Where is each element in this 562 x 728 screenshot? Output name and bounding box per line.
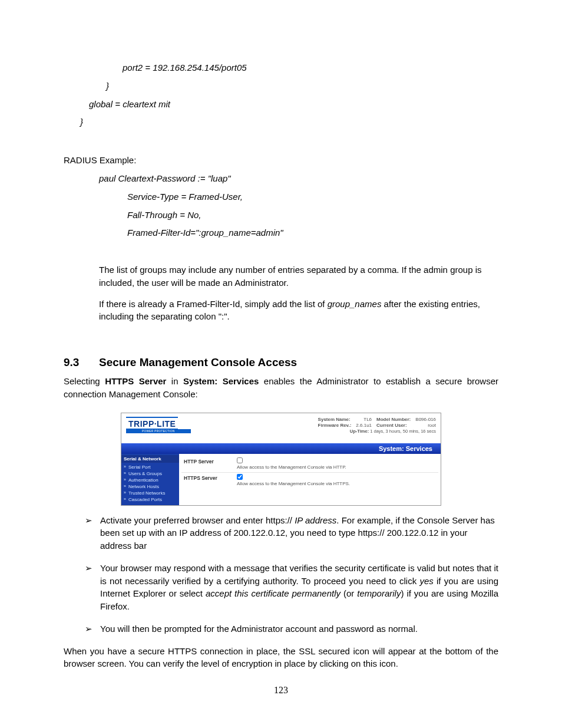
section-title: Secure Management Console Access — [99, 356, 297, 368]
sidebar-item-trusted-networks[interactable]: Trusted Networks — [124, 490, 179, 496]
system-name-value: TL6 — [356, 417, 372, 422]
screenshot-system-services: TRIPP·LITE POWER PROTECTION System Name:… — [121, 413, 441, 506]
https-server-row: HTTPS Server Allow access to the Managem… — [181, 473, 438, 489]
section-heading: 9.3Secure Management Console Access — [64, 356, 498, 369]
current-user-value: root — [415, 423, 436, 428]
radius-example-label: RADIUS Example: — [64, 155, 498, 165]
paragraph-closing: When you have a secure HTTPS connection … — [64, 645, 498, 671]
page-number: 123 — [0, 685, 562, 696]
paragraph-selecting: Selecting HTTPS Server in System: Servic… — [64, 375, 498, 401]
https-server-desc: Allow access to the Management Console v… — [237, 481, 350, 486]
bullet-item: ➢ Activate your preferred browser and en… — [85, 514, 498, 552]
code-line: Framed-Filter-Id=":group_name=admin" — [99, 224, 498, 242]
sidebar-item-network-hosts[interactable]: Network Hosts — [124, 483, 179, 490]
sidebar-item-serial-port[interactable]: Serial Port — [124, 464, 179, 470]
logo: TRIPP·LITE POWER PROTECTION — [126, 417, 191, 434]
paragraph-groups: The list of groups may include any numbe… — [99, 263, 498, 289]
arrow-icon: ➢ — [85, 514, 100, 552]
http-server-row: HTTP Server Allow access to the Manageme… — [181, 456, 438, 473]
paragraph-framed-filter: If there is already a Framed-Filter-Id, … — [99, 298, 498, 324]
bullet-item: ➢ Your browser may respond with a messag… — [85, 562, 498, 613]
code-line: port2 = 192.168.254.145/port05 — [80, 59, 498, 77]
arrow-icon: ➢ — [85, 562, 100, 613]
bullet-list: ➢ Activate your preferred browser and en… — [85, 514, 498, 635]
firmware-value: 2.6.1u1 — [356, 423, 372, 428]
sidebar-list: Serial Port Users & Groups Authenticatio… — [121, 463, 179, 503]
main-panel: HTTP Server Allow access to the Manageme… — [179, 454, 441, 505]
section-number: 9.3 — [64, 356, 99, 369]
code-block-tacacs: port2 = 192.168.254.145/port05 } global … — [80, 59, 498, 131]
firmware-label: Firmware Rev.: — [318, 423, 352, 428]
sidebar-item-cascaded-ports[interactable]: Cascaded Ports — [124, 496, 179, 503]
code-line: global = cleartext mit — [80, 95, 498, 114]
bullet-item: ➢ You will then be prompted for the Admi… — [85, 622, 498, 635]
http-server-label: HTTP Server — [181, 457, 231, 470]
arrow-icon: ➢ — [85, 622, 100, 635]
code-line: } — [80, 77, 498, 95]
sidebar-item-users-groups[interactable]: Users & Groups — [124, 470, 179, 477]
https-server-label: HTTPS Server — [181, 474, 231, 486]
code-block-radius: paul Cleartext-Password := "luap" Servic… — [99, 170, 498, 242]
logo-text: TRIPP·LITE — [126, 417, 178, 430]
code-line: Fall-Through = No, — [99, 206, 498, 225]
code-line: } — [80, 113, 498, 131]
code-line: paul Cleartext-Password := "luap" — [99, 170, 498, 188]
sidebar: Serial & Network Serial Port Users & Gro… — [121, 454, 179, 505]
model-number-value: B096-016 — [415, 417, 436, 422]
http-server-checkbox[interactable] — [237, 457, 243, 463]
http-server-desc: Allow access to the Management Console v… — [237, 465, 346, 470]
title-bar: System: Services — [121, 443, 441, 454]
sidebar-item-authentication[interactable]: Authentication — [124, 477, 179, 483]
https-server-checkbox[interactable] — [237, 474, 243, 480]
code-line: Service-Type = Framed-User, — [99, 188, 498, 206]
model-number-label: Model Number: — [376, 417, 411, 422]
current-user-label: Current User: — [376, 423, 411, 428]
logo-subtext: POWER PROTECTION — [126, 429, 191, 433]
uptime: Up-Time: 1 days, 3 hours, 50 mins, 16 se… — [318, 429, 436, 434]
system-info: System Name: TL6 Model Number: B096-016 … — [318, 417, 436, 434]
system-name-label: System Name: — [318, 417, 352, 422]
sidebar-header: Serial & Network — [121, 455, 179, 463]
